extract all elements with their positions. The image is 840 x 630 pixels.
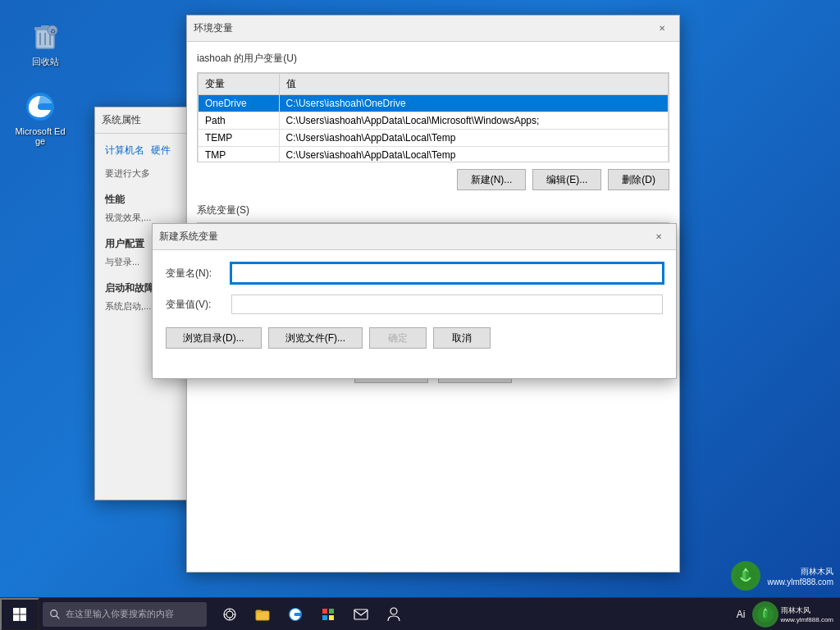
taskbar-search[interactable]: 在这里输入你要搜索的内容 [43,602,207,627]
svg-rect-28 [354,609,368,619]
user-vars-title: iashoah 的用户变量(U) [197,52,669,66]
user-var-row-tmp[interactable]: TMP C:\Users\iashoah\AppData\Local\Temp [199,147,669,163]
svg-rect-24 [322,609,327,614]
new-var-controls: ✕ [648,228,669,246]
user-var-value-tmp: C:\Users\iashoah\AppData\Local\Temp [279,147,668,163]
search-placeholder: 在这里输入你要搜索的内容 [66,608,174,620]
sys-props-nav-compname[interactable]: 计算机名 [105,144,144,158]
brand-logo [731,561,760,591]
taskbar-icon-group [213,598,410,631]
new-var-title: 新建系统变量 [159,230,218,244]
new-var-dialog: 新建系统变量 ✕ 变量名(N): 变量值(V): 浏览目录(D)... 浏览文件… [152,223,677,379]
sys-vars-title: 系统变量(S) [197,203,669,217]
user-var-row-path[interactable]: Path C:\Users\iashoah\AppData\Local\Micr… [199,112,669,130]
browse-dir-btn[interactable]: 浏览目录(D)... [166,327,262,349]
var-value-input[interactable] [231,294,663,314]
recycle-bin-icon[interactable]: ♻ 回收站 [16,16,74,71]
file-explorer-icon [255,608,270,621]
edge-taskbar-btn[interactable] [279,598,312,631]
user-vars-buttons: 新建(N)... 编辑(E)... 删除(D) [197,169,669,190]
svg-point-29 [390,608,397,614]
sys-props-nav-hardware[interactable]: 硬件 [151,144,171,158]
var-name-label: 变量名(N): [166,267,231,281]
user-var-name-onedrive: OneDrive [199,95,280,112]
user-new-btn[interactable]: 新建(N)... [457,169,527,190]
new-var-close-btn[interactable]: ✕ [648,228,669,246]
user-vars-table-container[interactable]: 变量 值 OneDrive C:\Users\iashoah\OneDrive … [197,72,669,162]
search-icon [49,609,61,620]
user-var-name-tmp: TMP [199,147,280,163]
taskbar-brand-name: 雨林木风 [781,605,833,616]
ylmf-logo-icon [756,605,774,623]
brand-name: 雨林木风 [767,566,833,578]
dialog-cancel-btn[interactable]: 取消 [433,327,491,349]
user-delete-btn[interactable]: 删除(D) [608,169,669,190]
svg-rect-12 [13,614,20,621]
svg-point-17 [226,611,233,618]
browse-file-btn[interactable]: 浏览文件(F)... [268,327,363,349]
recycle-bin-label: 回收站 [32,56,59,68]
new-var-content: 变量名(N): 变量值(V): 浏览目录(D)... 浏览文件(F)... 确定… [153,250,676,362]
user-var-row-temp[interactable]: TEMP C:\Users\iashoah\AppData\Local\Temp [199,130,669,147]
taskbar-tray: Ai [737,609,746,620]
recycle-bin-image: ♻ [29,20,62,52]
task-view-btn[interactable] [213,598,246,631]
start-button[interactable] [0,598,39,631]
people-btn[interactable] [377,598,410,631]
edge-taskbar-icon [288,607,303,622]
taskbar-brand-url: www.ylmf888.com [781,616,833,623]
svg-point-14 [51,609,57,616]
desktop: ♻ 回收站 Microsoft Edge 系统属性 ─ □ ✕ 计算机名 [0,0,840,630]
file-explorer-btn[interactable] [246,598,279,631]
new-var-dialog-buttons: 浏览目录(D)... 浏览文件(F)... 确定 取消 [166,327,663,349]
edge-icon-image [24,90,57,123]
svg-rect-26 [322,615,327,620]
taskbar-brand: 雨林木风 www.ylmf888.com [752,601,833,628]
var-name-row: 变量名(N): [166,263,663,283]
user-vars-col-name: 变量 [199,74,280,95]
sys-props-title: 系统属性 [102,113,141,127]
edge-desktop-icon[interactable]: Microsoft Edge [11,87,69,149]
mail-btn[interactable] [345,598,377,631]
task-view-icon [223,608,236,621]
taskbar: 在这里输入你要搜索的内容 [0,597,840,630]
taskbar-right: Ai 雨林木风 www.ylmf888.com [737,601,840,628]
user-var-value-onedrive: C:\Users\iashoah\OneDrive [279,95,668,112]
svg-line-15 [57,615,60,619]
env-vars-controls: ✕ [651,20,673,38]
svg-rect-11 [21,608,27,614]
brand-watermark: 雨林木风 www.ylmf888.com [731,561,833,591]
user-var-value-temp: C:\Users\iashoah\AppData\Local\Temp [279,130,668,147]
svg-text:♻: ♻ [50,28,56,35]
user-var-value-path: C:\Users\iashoah\AppData\Local\Microsoft… [279,112,668,130]
brand-text: 雨林木风 www.ylmf888.com [767,566,833,587]
svg-rect-27 [329,615,334,620]
var-value-label: 变量值(V): [166,298,231,312]
store-icon [321,607,336,622]
user-vars-table: 变量 值 OneDrive C:\Users\iashoah\OneDrive … [198,73,669,162]
dialog-ok-btn[interactable]: 确定 [369,327,427,349]
svg-rect-22 [256,611,269,620]
env-vars-title: 环境变量 [194,21,233,35]
windows-logo-icon [12,607,27,622]
mail-icon [354,609,368,620]
user-edit-btn[interactable]: 编辑(E)... [532,169,601,190]
edge-desktop-label: Microsoft Edge [15,126,66,146]
var-value-row: 变量值(V): [166,294,663,314]
var-name-input[interactable] [231,263,663,283]
user-var-name-temp: TEMP [199,130,280,147]
user-var-row-onedrive[interactable]: OneDrive C:\Users\iashoah\OneDrive [199,95,669,112]
store-btn[interactable] [312,598,345,631]
user-vars-col-value: 值 [279,74,668,95]
user-var-name-path: Path [199,112,280,130]
svg-rect-13 [21,614,27,621]
env-vars-titlebar[interactable]: 环境变量 ✕ [187,16,679,42]
taskbar-brand-logo [752,601,778,628]
svg-rect-25 [329,609,334,614]
taskbar-brand-text: 雨林木风 www.ylmf888.com [781,605,833,623]
brand-url: www.ylmf888.com [767,578,833,587]
people-icon [387,607,400,622]
input-method-indicator[interactable]: Ai [737,609,746,620]
new-var-titlebar[interactable]: 新建系统变量 ✕ [153,224,676,250]
env-vars-close-btn[interactable]: ✕ [651,20,673,38]
